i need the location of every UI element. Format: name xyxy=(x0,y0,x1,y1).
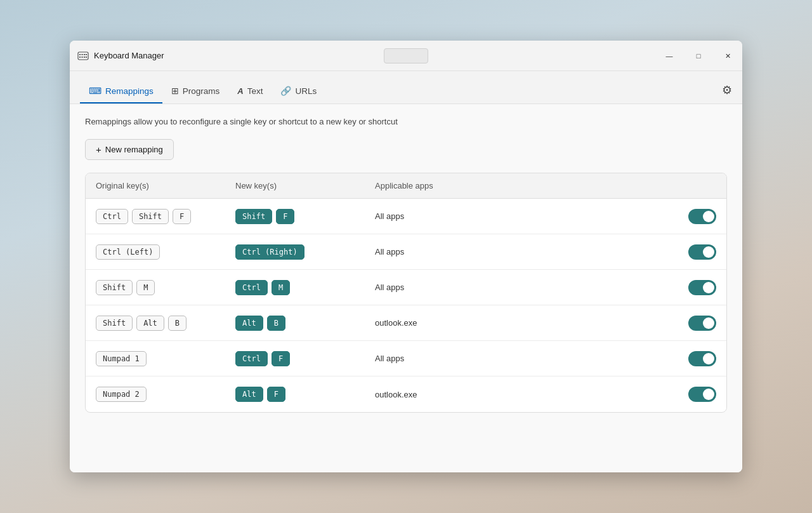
key-badge-filled: Ctrl xyxy=(235,280,268,295)
toggle-knob xyxy=(703,211,714,222)
col-header-original: Original key(s) xyxy=(96,181,235,190)
toggle-container-6 xyxy=(665,387,716,402)
toggle-knob xyxy=(703,246,714,258)
toggle-container-2 xyxy=(665,244,716,260)
key-badge: F xyxy=(173,209,191,224)
original-keys-2: Ctrl (Left) xyxy=(96,244,235,260)
col-header-new: New key(s) xyxy=(235,181,375,190)
key-badge-filled: F xyxy=(272,351,290,366)
app-name-4: outlook.exe xyxy=(375,318,665,328)
remappings-tab-icon: ⌨ xyxy=(89,86,102,96)
new-remapping-label: New remapping xyxy=(105,145,163,154)
table-row: Numpad 2 Alt F outlook.exe xyxy=(86,376,726,412)
toggle-container-4 xyxy=(665,316,716,331)
table-header: Original key(s) New key(s) Applicable ap… xyxy=(86,173,726,199)
description-text: Remappings allow you to reconfigure a si… xyxy=(85,117,727,126)
urls-tab-icon: 🔗 xyxy=(280,86,291,96)
svg-rect-7 xyxy=(84,57,85,58)
new-keys-1: Shift F xyxy=(235,209,375,224)
text-tab-icon: A xyxy=(237,86,243,96)
app-icon xyxy=(77,50,89,62)
table-row: Shift Alt B Alt B outlook.exe xyxy=(86,305,726,341)
maximize-button[interactable]: □ xyxy=(684,41,713,71)
app-name-5: All apps xyxy=(375,354,665,363)
svg-rect-4 xyxy=(86,54,87,55)
key-badge: Shift xyxy=(96,280,133,295)
original-keys-4: Shift Alt B xyxy=(96,316,235,331)
toggle-5[interactable] xyxy=(688,351,716,366)
key-badge-filled: F xyxy=(276,209,294,224)
key-badge-filled: Alt xyxy=(235,387,263,402)
key-badge: Ctrl xyxy=(96,209,128,224)
search-bar[interactable] xyxy=(384,48,428,63)
tab-text-label: Text xyxy=(247,86,263,96)
toggle-knob xyxy=(703,282,714,293)
svg-rect-0 xyxy=(78,52,88,60)
toggle-1[interactable] xyxy=(688,209,716,224)
toggle-6[interactable] xyxy=(688,387,716,402)
svg-rect-6 xyxy=(82,57,83,58)
tab-remappings[interactable]: ⌨ Remappings xyxy=(80,81,162,103)
svg-rect-1 xyxy=(79,54,81,55)
tab-programs[interactable]: ⊞ Programs xyxy=(162,81,229,103)
window-title: Keyboard Manager xyxy=(94,51,164,60)
new-keys-4: Alt B xyxy=(235,316,375,331)
svg-rect-5 xyxy=(79,57,81,58)
new-keys-6: Alt F xyxy=(235,387,375,402)
toggle-container-1 xyxy=(665,209,716,224)
tab-bar: ⌨ Remappings ⊞ Programs A Text 🔗 URLs ⚙ xyxy=(70,71,742,104)
key-badge-filled: Ctrl (Right) xyxy=(235,244,304,260)
tab-remappings-label: Remappings xyxy=(105,86,154,96)
new-keys-3: Ctrl M xyxy=(235,280,375,295)
toggle-container-5 xyxy=(665,351,716,366)
key-badge-filled: Alt xyxy=(235,316,263,331)
table-row: Ctrl (Left) Ctrl (Right) All apps xyxy=(86,234,726,270)
table-row: Ctrl Shift F Shift F All apps xyxy=(86,199,726,234)
minimize-button[interactable]: — xyxy=(655,41,684,71)
original-keys-1: Ctrl Shift F xyxy=(96,209,235,224)
toggle-knob xyxy=(703,389,714,400)
tab-text[interactable]: A Text xyxy=(228,81,272,103)
key-badge: Shift xyxy=(96,316,133,331)
key-badge: M xyxy=(136,280,155,295)
key-badge-filled: Shift xyxy=(235,209,272,224)
key-badge: Shift xyxy=(132,209,169,224)
original-keys-6: Numpad 2 xyxy=(96,387,235,402)
search-area xyxy=(384,48,428,63)
tab-urls-label: URLs xyxy=(295,86,317,96)
key-badge: Ctrl (Left) xyxy=(96,244,160,260)
title-bar: Keyboard Manager — □ ✕ xyxy=(70,41,742,71)
table-row: Numpad 1 Ctrl F All apps xyxy=(86,341,726,376)
settings-button[interactable]: ⚙ xyxy=(722,83,732,97)
toggle-knob xyxy=(703,317,714,329)
app-window: Keyboard Manager — □ ✕ ⌨ Remappings ⊞ Pr… xyxy=(70,41,742,472)
new-keys-2: Ctrl (Right) xyxy=(235,244,375,260)
programs-tab-icon: ⊞ xyxy=(171,86,179,96)
original-keys-5: Numpad 1 xyxy=(96,351,235,366)
key-badge: Numpad 1 xyxy=(96,351,147,366)
tab-programs-label: Programs xyxy=(183,86,220,96)
new-remapping-button[interactable]: + New remapping xyxy=(85,139,174,160)
key-badge: Alt xyxy=(136,316,164,331)
key-badge-filled: F xyxy=(267,387,285,402)
app-name-2: All apps xyxy=(375,247,665,256)
toggle-3[interactable] xyxy=(688,280,716,295)
svg-rect-8 xyxy=(86,57,87,58)
key-badge: B xyxy=(168,316,187,331)
original-keys-3: Shift M xyxy=(96,280,235,295)
app-name-6: outlook.exe xyxy=(375,390,665,399)
svg-rect-3 xyxy=(84,54,85,55)
app-name-1: All apps xyxy=(375,211,665,221)
col-header-toggle xyxy=(665,181,716,190)
close-button[interactable]: ✕ xyxy=(713,41,742,71)
app-name-3: All apps xyxy=(375,283,665,292)
tab-urls[interactable]: 🔗 URLs xyxy=(272,81,325,103)
content-area: Remappings allow you to reconfigure a si… xyxy=(70,104,742,472)
svg-rect-2 xyxy=(82,54,83,55)
toggle-2[interactable] xyxy=(688,244,716,260)
key-badge-filled: B xyxy=(267,316,285,331)
plus-icon: + xyxy=(96,144,102,155)
key-badge-filled: Ctrl xyxy=(235,351,268,366)
col-header-apps: Applicable apps xyxy=(375,181,665,190)
toggle-4[interactable] xyxy=(688,316,716,331)
